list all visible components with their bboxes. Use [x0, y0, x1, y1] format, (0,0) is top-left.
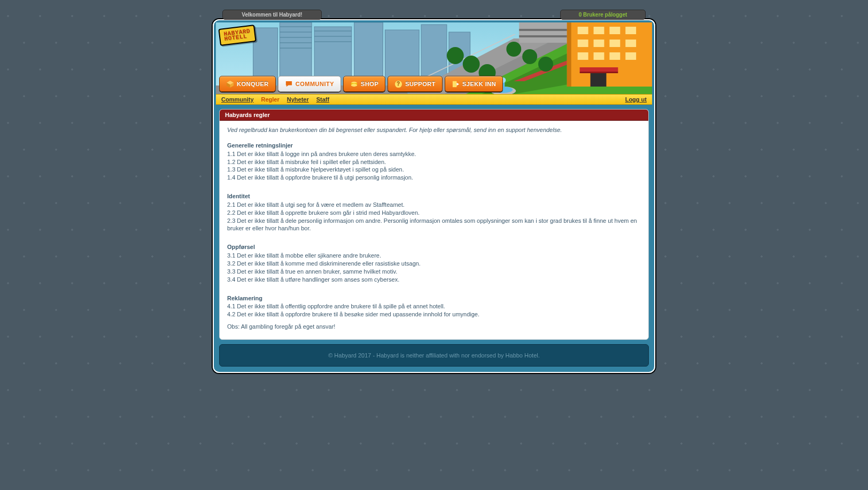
top-status-bar: Velkommen til Habyard! 0 Brukere pålogge… — [212, 10, 656, 21]
section-title: Reklamering — [227, 294, 641, 302]
rule-item: 3.3 Det er ikke tillatt å true en annen … — [227, 268, 641, 276]
footer-text: © Habyard 2017 - Habyard is neither affi… — [328, 352, 540, 359]
section-title: Identitet — [227, 192, 641, 200]
rules-section-4: Reklamering 4.1 Det er ikke tillatt å of… — [227, 294, 641, 319]
question-icon: ? — [394, 80, 402, 88]
svg-text:?: ? — [397, 81, 400, 87]
nav-support[interactable]: ? SUPPORT — [387, 76, 443, 92]
svg-rect-39 — [578, 40, 588, 47]
svg-point-22 — [447, 47, 464, 64]
subnav-staff[interactable]: Staff — [316, 96, 329, 103]
nav-label: SJEKK INN — [462, 81, 496, 87]
nav-label: SUPPORT — [405, 81, 436, 87]
nav-shop[interactable]: SHOP — [343, 76, 385, 92]
rules-section-1: Generelle retningslinjer 1.1 Det er ikke… — [227, 142, 641, 182]
svg-rect-37 — [609, 27, 620, 34]
rule-item: 1.3 Det er ikke tillatt å misbruke hjelp… — [227, 166, 641, 174]
nav-label: SHOP — [361, 81, 378, 87]
svg-point-25 — [506, 42, 521, 57]
svg-rect-48 — [580, 72, 618, 73]
rules-section-3: Oppførsel 3.1 Det er ikke tillatt å mobb… — [227, 243, 641, 283]
nav-checkin[interactable]: SJEKK INN — [445, 76, 503, 92]
svg-point-59 — [351, 83, 357, 87]
logout-link[interactable]: Logg ut — [625, 96, 647, 103]
main-card: HABYARD HOTELL KONQUER COMMUNITY — [212, 18, 656, 374]
rule-item: 4.1 Det er ikke tillatt å offentlig oppf… — [227, 302, 641, 310]
svg-rect-40 — [594, 40, 604, 47]
subnav-community[interactable]: Community — [221, 96, 254, 103]
rule-item: 3.1 Det er ikke tillatt å mobbe eller sj… — [227, 252, 641, 260]
welcome-pill: Velkommen til Habyard! — [222, 10, 322, 20]
section-title: Oppførsel — [227, 243, 641, 251]
rules-intro: Ved regelbrudd kan brukerkontoen din bli… — [227, 126, 641, 134]
sub-nav: Community Regler Nyheter Staff Logg ut — [216, 94, 652, 105]
rules-note: Obs: All gambling foregår på eget ansvar… — [227, 323, 641, 331]
coins-icon — [350, 80, 358, 88]
cube-icon — [226, 80, 234, 88]
svg-rect-44 — [594, 52, 604, 60]
panel-body: Ved regelbrudd kan brukerkontoen din bli… — [220, 121, 648, 339]
rule-item: 2.3 Det er ikke tillatt å dele personlig… — [227, 217, 641, 233]
nav-community[interactable]: COMMUNITY — [278, 76, 341, 92]
section-title: Generelle retningslinjer — [227, 142, 641, 150]
rules-section-2: Identitet 2.1 Det er ikke tillatt å utgi… — [227, 192, 641, 232]
rule-item: 3.2 Det er ikke tillatt å komme med disk… — [227, 260, 641, 268]
app-shell: Velkommen til Habyard! 0 Brukere pålogge… — [212, 10, 656, 374]
svg-point-26 — [522, 49, 537, 64]
rule-item: 1.1 Det er ikke tillatt å logge inn på a… — [227, 150, 641, 158]
page-footer: © Habyard 2017 - Habyard is neither affi… — [219, 344, 649, 367]
svg-rect-45 — [609, 52, 620, 60]
logo-line2: HOTELL — [224, 34, 251, 42]
svg-point-27 — [538, 57, 553, 72]
nav-label: COMMUNITY — [296, 81, 334, 87]
svg-marker-63 — [456, 82, 459, 85]
rule-item: 2.2 Det er ikke tillatt å opprette bruke… — [227, 209, 641, 217]
rule-item: 2.1 Det er ikke tillatt å utgi seg for å… — [227, 201, 641, 209]
rule-item: 1.4 Det er ikke tillatt å oppfordre bruk… — [227, 174, 641, 182]
svg-rect-38 — [625, 27, 636, 34]
main-nav: KONQUER COMMUNITY SHOP ? SUPPORT — [216, 76, 652, 92]
rule-item: 3.4 Det er ikke tillatt å utføre handlin… — [227, 276, 641, 284]
subnav-regler[interactable]: Regler — [261, 96, 280, 103]
svg-rect-41 — [609, 40, 620, 47]
online-users-pill: 0 Brukere pålogget — [560, 10, 646, 20]
svg-point-23 — [463, 56, 480, 73]
svg-rect-36 — [594, 27, 604, 34]
panel-title: Habyards regler — [220, 110, 648, 121]
rule-item: 1.2 Det er ikke tillatt å misbruke feil … — [227, 158, 641, 166]
speech-icon — [285, 80, 293, 88]
nav-konquer[interactable]: KONQUER — [219, 76, 276, 92]
svg-rect-47 — [580, 67, 618, 72]
svg-rect-35 — [578, 27, 588, 34]
rule-item: 4.2 Det er ikke tillatt å oppfordre bruk… — [227, 310, 641, 318]
svg-rect-46 — [625, 52, 636, 60]
svg-rect-62 — [453, 81, 457, 87]
subnav-nyheter[interactable]: Nyheter — [287, 96, 309, 103]
svg-rect-42 — [625, 40, 636, 47]
rules-panel: Habyards regler Ved regelbrudd kan bruke… — [219, 109, 649, 340]
svg-rect-43 — [578, 52, 588, 60]
nav-label: KONQUER — [237, 81, 269, 87]
enter-icon — [452, 80, 460, 88]
